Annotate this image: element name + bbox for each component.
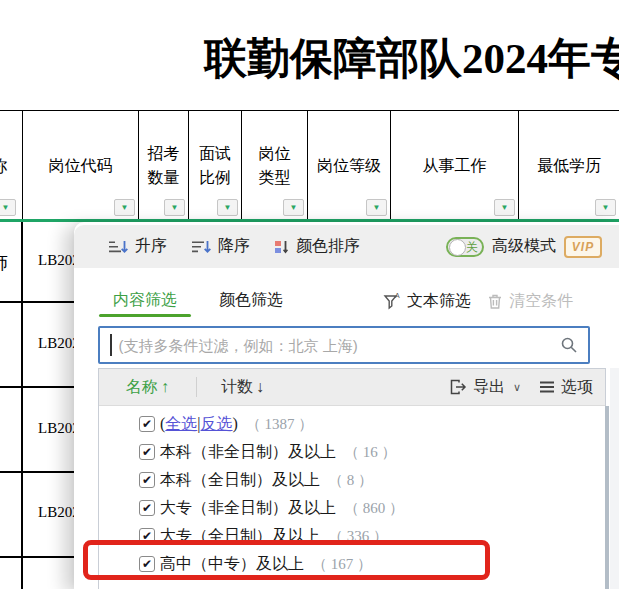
header-cell-work: 从事工作: [391, 111, 519, 220]
vip-badge: VIP: [564, 236, 602, 258]
list-header: 名称 ↑ 计数 ↓ 导出 ∨: [99, 369, 605, 406]
panel-right-gutter: [610, 368, 619, 589]
header-label: 最低学历: [537, 154, 601, 177]
sort-descending-button[interactable]: 降序: [191, 236, 250, 257]
item-label: 大专（全日制）及以上: [160, 526, 320, 547]
tab-color-filter[interactable]: 颜色筛选: [205, 285, 297, 317]
options-label: 选项: [561, 377, 593, 398]
name-column-label: 名称: [126, 377, 158, 398]
list-item-select-all[interactable]: (全选|反选) （ 1387 ）: [99, 410, 605, 438]
list-item[interactable]: 大专（非全日制）及以上 （ 860 ）: [99, 494, 605, 522]
spreadsheet-screen: 联勤保障部队2024年专 称 岗位代码 招考数量 面试比例 岗位类型 岗位等级 …: [0, 0, 619, 589]
item-label: 高中（中专）及以上: [160, 554, 304, 575]
list-item[interactable]: 本科（全日制）及以上 （ 8 ）: [99, 466, 605, 494]
filter-dropdown-button[interactable]: [595, 199, 616, 216]
toggle-knob: [449, 239, 466, 256]
filter-dropdown-button[interactable]: [283, 199, 304, 216]
header-label: 从事工作: [423, 154, 487, 177]
count-column-label: 计数: [221, 377, 253, 398]
list-item-highlighted[interactable]: 高中（中专）及以上 （ 167 ）: [99, 550, 605, 578]
export-label: 导出: [473, 377, 505, 398]
checkbox-checked-icon[interactable]: [139, 472, 155, 488]
checkbox-checked-icon[interactable]: [139, 416, 155, 432]
sort-by-count-button[interactable]: 计数 ↓: [221, 377, 264, 398]
svg-text:A: A: [395, 292, 400, 299]
item-count: （ 1387 ）: [246, 415, 314, 434]
trash-icon: [487, 293, 503, 310]
filter-tabs: 内容筛选 颜色筛选 A 文本筛选: [74, 285, 619, 317]
text-filter-button[interactable]: A 文本筛选: [383, 291, 471, 312]
item-count: （ 167 ）: [312, 555, 372, 574]
filter-tab-actions: A 文本筛选 清空条件: [383, 291, 573, 312]
list-header-actions: 导出 ∨ 选项: [450, 377, 593, 398]
tab-content-filter[interactable]: 内容筛选: [99, 285, 191, 317]
text-filter-label: 文本筛选: [407, 291, 471, 312]
header-cell-recruit-count: 招考数量: [139, 111, 189, 220]
color-sort-label: 颜色排序: [296, 236, 360, 257]
list-item[interactable]: 本科（非全日制）及以上 （ 16 ）: [99, 438, 605, 466]
color-sort-button[interactable]: 颜色排序: [274, 236, 360, 257]
item-count: （ 16 ）: [344, 443, 397, 462]
sort-down-arrow-icon: ↓: [256, 378, 264, 396]
color-sort-icon: [274, 239, 289, 255]
filter-dropdown-button[interactable]: [217, 199, 238, 216]
filter-dropdown-button[interactable]: [164, 199, 185, 216]
filter-search-input[interactable]: [117, 336, 561, 355]
clear-conditions-label: 清空条件: [509, 291, 573, 312]
sort-up-arrow-icon: ↑: [161, 378, 169, 396]
select-all-link[interactable]: 全选: [165, 415, 197, 432]
header-label: 招考数量: [147, 142, 181, 188]
chevron-down-icon: ∨: [513, 381, 521, 394]
checkbox-checked-icon[interactable]: [139, 444, 155, 460]
header-label: 面试比例: [198, 142, 232, 188]
funnel-a-icon: A: [383, 292, 401, 310]
table-gridline: [0, 556, 80, 558]
header-cell-job-code: 岗位代码: [23, 111, 139, 220]
filter-dropdown-button[interactable]: [366, 199, 387, 216]
header-cell-interview-ratio: 面试比例: [189, 111, 242, 220]
text-cursor: [110, 334, 112, 356]
header-cell-job-type: 岗位类型: [242, 111, 308, 220]
table-gridline: [21, 221, 23, 589]
checkbox-checked-icon[interactable]: [139, 556, 155, 572]
filter-dropdown-button[interactable]: [114, 199, 135, 216]
sort-ascending-label: 升序: [135, 236, 167, 257]
checkbox-checked-icon[interactable]: [139, 500, 155, 516]
item-label: 大专（非全日制）及以上: [160, 498, 336, 519]
table-cell-partial-text: 师: [0, 252, 8, 275]
table-gridline: [0, 301, 80, 303]
list-item[interactable]: 大专（全日制）及以上 （ 336 ）: [99, 522, 605, 550]
header-label: 岗位等级: [317, 154, 381, 177]
export-icon: [450, 379, 467, 395]
filter-item-list: (全选|反选) （ 1387 ） 本科（非全日制）及以上 （ 16 ） 本科（全…: [99, 406, 605, 578]
options-button[interactable]: 选项: [539, 377, 593, 398]
table-gridline: [0, 471, 80, 473]
scrollbar-thumb[interactable]: [605, 406, 609, 589]
advanced-mode-toggle[interactable]: 关: [446, 237, 484, 257]
filter-panel: 升序 降序: [74, 222, 619, 589]
advanced-mode-group: 关 高级模式 VIP: [446, 236, 602, 258]
filter-value-list: 名称 ↑ 计数 ↓ 导出 ∨: [98, 368, 606, 589]
filter-dropdown-button[interactable]: [0, 199, 16, 216]
invert-selection-link[interactable]: 反选: [201, 415, 233, 432]
item-count: （ 336 ）: [328, 527, 388, 546]
item-label: 本科（全日制）及以上: [160, 470, 320, 491]
sort-descending-label: 降序: [218, 236, 250, 257]
clear-conditions-button[interactable]: 清空条件: [487, 291, 573, 312]
filter-dropdown-button[interactable]: [494, 199, 515, 216]
export-button[interactable]: 导出 ∨: [450, 377, 521, 398]
header-label: 岗位类型: [258, 142, 292, 188]
checkbox-checked-icon[interactable]: [139, 528, 155, 544]
sort-ascending-button[interactable]: 升序: [108, 236, 167, 257]
sort-by-name-button[interactable]: 名称 ↑: [126, 377, 169, 398]
filter-search-box[interactable]: [98, 326, 590, 364]
filter-toolbar: 升序 降序: [74, 225, 619, 268]
item-label: 本科（非全日制）及以上: [160, 442, 336, 463]
sort-ascending-icon: [108, 239, 128, 255]
header-label: 岗位代码: [49, 154, 113, 177]
advanced-mode-label: 高级模式: [492, 236, 556, 257]
sort-descending-icon: [191, 239, 211, 255]
search-icon: [560, 336, 578, 354]
header-cell-job-grade: 岗位等级: [308, 111, 391, 220]
sheet-title: 联勤保障部队2024年专: [204, 30, 619, 88]
